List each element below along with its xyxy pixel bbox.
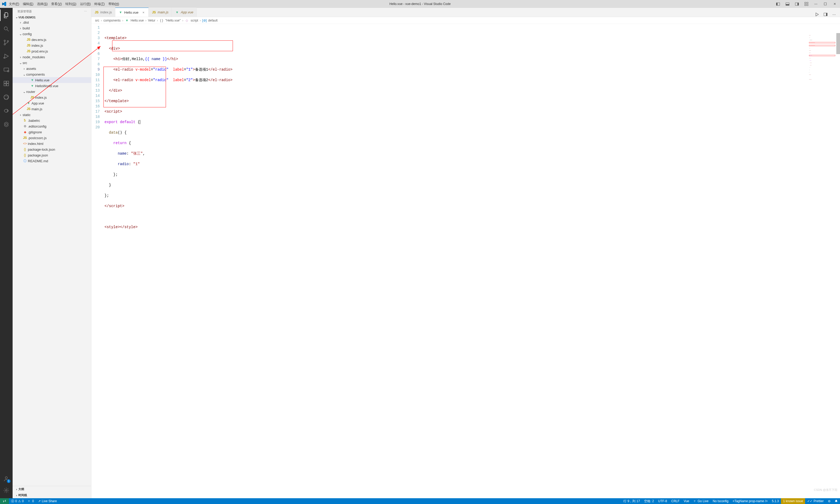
minimize-button[interactable]: — <box>812 1 820 7</box>
tree-folder[interactable]: ›build <box>13 25 91 31</box>
svg-point-15 <box>5 489 7 491</box>
tree-file[interactable]: ƀ.babelrc <box>13 118 91 123</box>
status-encoding[interactable]: UTF-8 <box>656 499 669 503</box>
activity-accounts[interactable]: 1 <box>0 473 13 485</box>
tree-file[interactable]: JSmain.js <box>13 106 91 112</box>
menu-selection[interactable]: 选择(S) <box>37 2 48 6</box>
outline-section[interactable]: ›大纲 <box>13 486 91 492</box>
editor-more-icon[interactable]: ⋯ <box>832 12 836 17</box>
tree-file[interactable]: JSindex.js <box>13 94 91 100</box>
tab-app-vue[interactable]: ▼App.vue <box>172 7 197 17</box>
tab-index-js[interactable]: JSindex.js <box>91 7 115 17</box>
tree-folder[interactable]: ›node_modules <box>13 54 91 60</box>
js-file-icon: JS <box>26 107 31 111</box>
check-icon: ✓✓ <box>807 499 812 503</box>
tree-folder[interactable]: ⌄src <box>13 60 91 66</box>
tree-item-label: router <box>26 90 35 94</box>
status-remote[interactable] <box>0 498 9 504</box>
activity-extensions[interactable] <box>0 78 13 89</box>
layout-left-icon[interactable] <box>774 1 782 7</box>
tree-folder[interactable]: ›static <box>13 112 91 118</box>
menu-terminal[interactable]: 终端(T) <box>94 2 105 6</box>
tree-folder[interactable]: ›assets <box>13 66 91 71</box>
status-tagname[interactable]: <TagName prop-name /> <box>731 499 770 503</box>
status-version[interactable]: 5.1.3 <box>770 499 781 503</box>
explorer-title: 资源管理器 <box>17 10 32 13</box>
tree-item-label: dev.env.js <box>32 38 47 42</box>
tab-bar: JSindex.js ▼Hello.vue× JSmain.js ▼App.vu… <box>91 8 840 17</box>
close-button[interactable]: ✕ <box>831 1 838 7</box>
tree-file[interactable]: ◆.gitignore <box>13 129 91 135</box>
activity-settings[interactable] <box>0 485 13 496</box>
layout-grid-icon[interactable] <box>803 1 810 7</box>
tree-folder[interactable]: ⌄components <box>13 71 91 77</box>
tree-file[interactable]: ▼App.vue <box>13 100 91 106</box>
status-problems[interactable]: ⓧ0 ⚠0 <box>9 499 26 503</box>
breadcrumb[interactable]: src› components› ▼Hello.vue› Vetur› { }"… <box>91 17 840 24</box>
menu-edit[interactable]: 编辑(E) <box>23 2 33 6</box>
activity-scm[interactable] <box>0 37 13 48</box>
svg-point-2 <box>4 40 5 41</box>
status-language[interactable]: Vue <box>682 499 691 503</box>
status-bell[interactable]: 🔔︎ <box>833 499 840 503</box>
menu-go[interactable]: 转到(G) <box>65 2 76 6</box>
menu-bar: 文件(F) 编辑(E) 选择(S) 查看(V) 转到(G) 运行(R) 终端(T… <box>9 2 119 6</box>
menu-file[interactable]: 文件(F) <box>9 2 19 6</box>
menu-view[interactable]: 查看(V) <box>51 2 62 6</box>
tree-folder[interactable]: ⌄router <box>13 89 91 94</box>
tree-file[interactable]: JSprod.env.js <box>13 48 91 54</box>
layout-bottom-icon[interactable] <box>784 1 791 7</box>
tab-hello-vue[interactable]: ▼Hello.vue× <box>115 7 149 17</box>
project-header[interactable]: ⌄VUE-DEMO1 <box>13 15 91 19</box>
tree-file[interactable]: ⚙.editorconfig <box>13 123 91 129</box>
menu-help[interactable]: 帮助(H) <box>108 2 119 6</box>
status-spaces[interactable]: 空格: 2 <box>642 499 656 503</box>
svg-rect-10 <box>4 84 6 86</box>
chevron-icon: ⌄ <box>18 32 22 36</box>
tree-file[interactable]: ▼HelloWorld.vue <box>13 83 91 89</box>
minimap[interactable]: ▬▬▬▬▬ ▬▬ ▬▬▬▬▬▬▬▬ ▬▬▬▬▬▬▬▬▬▬▬▬▬▬▬▬ ▬▬▬▬▬… <box>809 33 835 138</box>
tree-file[interactable]: ⓘREADME.md <box>13 158 91 164</box>
svg-point-0 <box>4 27 7 30</box>
timeline-section[interactable]: ›时间线 <box>13 492 91 498</box>
menu-run[interactable]: 运行(R) <box>80 2 91 6</box>
layout-right-icon[interactable] <box>793 1 801 7</box>
tree-file[interactable]: ▼Hello.vue <box>13 77 91 83</box>
activity-explorer[interactable] <box>0 10 13 21</box>
tree-file[interactable]: {}package.json <box>13 152 91 158</box>
status-prettier[interactable]: ✓✓Prettier <box>805 499 826 503</box>
editor-body[interactable]: 1234567891011121314151617181920 <templat… <box>91 24 840 498</box>
run-icon[interactable] <box>815 12 820 17</box>
svg-line-1 <box>7 30 9 31</box>
gear-icon <box>3 487 10 493</box>
status-liveshare[interactable]: ↗Live Share <box>36 499 59 503</box>
status-eol[interactable]: CRLF <box>669 499 682 503</box>
status-tsconfig[interactable]: No tsconfig <box>711 499 731 503</box>
status-issue[interactable]: 1 known issue <box>781 498 805 504</box>
extensions-icon <box>3 80 10 87</box>
status-ports[interactable]: ᯤ0 <box>26 499 36 503</box>
tree-file[interactable]: JSindex.js <box>13 42 91 48</box>
status-feedback[interactable]: ⊖ <box>826 499 833 503</box>
activity-liveshare[interactable] <box>0 105 13 116</box>
tree-file[interactable]: <>index.html <box>13 141 91 146</box>
activity-remote[interactable] <box>0 64 13 76</box>
tree-file[interactable]: JS.postcssrc.js <box>13 135 91 141</box>
tab-main-js[interactable]: JSmain.js <box>149 7 172 17</box>
tree-file[interactable]: {}package-lock.json <box>13 146 91 152</box>
split-editor-icon[interactable] <box>823 12 828 17</box>
code-content[interactable]: <template> <div> <h1>你好,Hello,{{ name }}… <box>105 24 840 498</box>
status-golive[interactable]: ᯤGo Live <box>691 499 711 503</box>
maximize-button[interactable] <box>822 1 829 7</box>
activity-chatgpt[interactable] <box>0 119 13 130</box>
activity-search[interactable] <box>0 23 13 35</box>
tree-file[interactable]: JSdev.env.js <box>13 37 91 42</box>
tab-close-icon[interactable]: × <box>142 11 145 15</box>
status-cursor[interactable]: 行 9，列 17 <box>621 499 642 503</box>
tree-folder[interactable]: ⌄config <box>13 31 91 37</box>
activity-github[interactable] <box>0 91 13 103</box>
explorer-more-icon[interactable]: ⋯ <box>84 10 87 13</box>
tree-folder[interactable]: ›.dist <box>13 19 91 25</box>
activity-debug[interactable] <box>0 50 13 62</box>
vertical-scrollbar[interactable] <box>836 33 840 498</box>
